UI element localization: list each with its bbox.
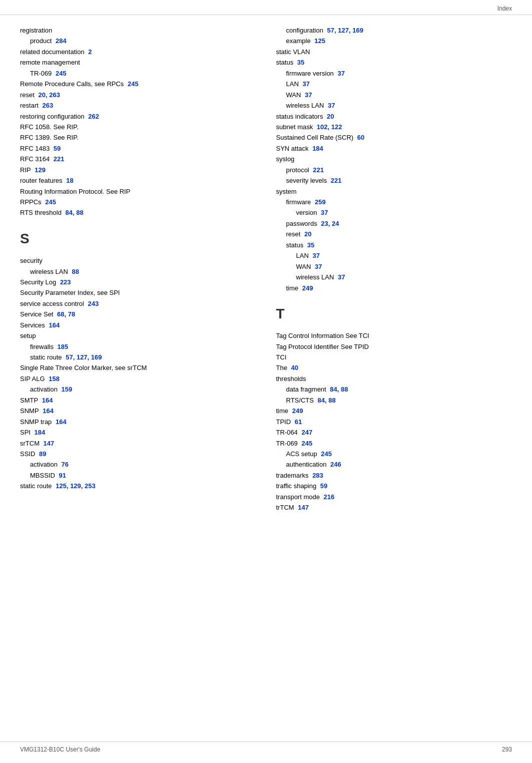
entry-label: related documentation [20,47,85,57]
entry-label: WAN [286,90,301,100]
page-number: 164 [40,395,53,406]
entry-label: Tag Control Information See TCI [276,330,369,341]
index-entry: RFC 3164 221 [20,154,256,164]
entry-label: SYN attack [276,143,309,154]
entry-label: RFC 1483 [20,143,50,154]
page-number: 125 [54,481,67,491]
index-entry: trTCM 147 [276,502,512,513]
index-entry: restoring configuration 262 [20,111,256,122]
entry-label: LAN [286,79,299,89]
entry-label: Security Parameter Index, see SPI [20,287,120,298]
page-number: 247 [300,427,312,438]
index-entry: RPPCs 245 [20,197,256,207]
page-number: 23 [319,218,328,229]
section-letter-s: S [20,227,256,250]
entry-label: wireless LAN [286,100,324,111]
index-entry: configuration 57, 127, 169 [276,25,512,36]
index-entry: reset 20 [276,229,512,239]
page-number: 263 [41,100,53,111]
page-number: 216 [322,492,334,502]
index-entry: RFC 1058. See RIP. [20,122,256,132]
entry-label: TPID [276,417,291,427]
page-number: , 88 [337,384,348,395]
entry-label: registration [20,25,52,36]
index-entry: RTS/CTS 84, 88 [276,395,512,406]
entry-label: Service Set [20,309,53,319]
index-entry: setup [20,330,256,341]
page-number: 184 [311,143,323,154]
entry-label: TR-064 [276,427,298,438]
page-number: 102 [315,122,327,132]
entry-label: reset [286,229,301,239]
page-number: , 129 [67,481,81,491]
footer-right: 293 [502,746,512,753]
entry-label: MBSSID [30,470,55,481]
index-entry: LAN 37 [276,250,512,261]
entry-label: restart [20,100,39,111]
page-header: Index [0,0,532,15]
index-entry: TR-069 245 [20,68,256,79]
entry-label: firewalls [30,341,54,352]
entry-label: wireless LAN [30,266,68,277]
index-entry: TPID 61 [276,417,512,427]
entry-label: WAN [296,261,311,272]
entry-label: router features [20,175,63,186]
entry-label: TR-069 [30,68,52,79]
page-number: 185 [56,341,68,352]
page-number: 164 [54,417,66,427]
index-entry: reset 20, 263 [20,90,256,100]
index-entry: SNMP trap 164 [20,417,256,427]
page-number: 91 [57,470,66,481]
index-entry: wireless LAN 37 [276,272,512,282]
index-entry: time 249 [276,283,512,293]
entry-label: service access control [20,298,84,309]
page-number: 37 [311,250,320,261]
entry-label: firmware [286,197,311,207]
index-entry: Security Log 223 [20,277,256,287]
index-entry: TR-069 245 [276,438,512,449]
index-entry: status 35 [276,57,512,68]
entry-label: SNMP [20,406,39,416]
index-entry: firmware version 37 [276,68,512,79]
index-entry: protocol 221 [276,165,512,175]
page-number: , 127 [334,25,349,36]
page-number: 20 [325,111,334,122]
page-number: 37 [303,90,312,100]
index-entry: Service Set 68, 78 [20,309,256,319]
index-entry: RIP 129 [20,165,256,175]
entry-label: static VLAN [276,47,310,57]
page-number: 57 [325,25,334,36]
entry-label: severity levels [286,175,327,186]
index-entry: wireless LAN 37 [276,100,512,111]
entry-label: The [276,362,287,373]
entry-label: example [286,36,311,46]
index-entry: static route 57, 127, 169 [20,352,256,362]
index-entry: transport mode 216 [276,492,512,502]
page-number: 59 [52,143,61,154]
entry-label: SSID [20,449,35,459]
index-entry: LAN 37 [276,79,512,89]
page-number: 147 [296,502,309,513]
page-number: 184 [33,427,45,438]
entry-label: static route [30,352,62,362]
page-number: 245 [44,197,56,207]
index-entry: thresholds [276,373,512,384]
index-entry: Tag Control Information See TCI [276,330,512,341]
entry-label: time [286,283,299,293]
entry-label: Sustained Cell Rate (SCR) [276,132,354,143]
entry-label: Tag Protocol Identifier See TPID [276,341,369,352]
entry-label: RTS/CTS [286,395,314,406]
page-number: 37 [326,100,335,111]
index-entry: Security Parameter Index, see SPI [20,287,256,298]
page-number: , 127 [73,352,88,362]
page-number: 158 [47,373,60,384]
index-entry: Tag Protocol Identifier See TPID [276,341,512,352]
entry-label: ACS setup [286,449,317,459]
index-entry: Single Rate Three Color Marker, see srTC… [20,362,256,373]
index-entry: SPI 184 [20,427,256,438]
entry-label: remote management [20,57,80,68]
page-number: 283 [311,470,323,481]
entry-label: activation [30,459,58,470]
page-number: 259 [313,197,325,207]
page-number: 164 [47,320,60,330]
